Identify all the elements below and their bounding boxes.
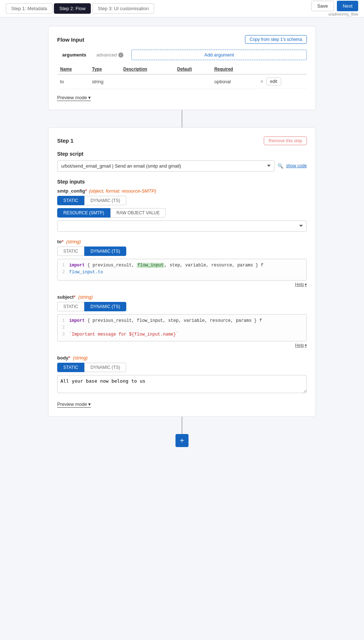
- copy-schema-button[interactable]: Copy from step 1's schema: [245, 35, 307, 44]
- table-row: to string optional × edit: [57, 74, 307, 89]
- col-description: Description: [120, 64, 174, 74]
- step-script-label: Step script: [57, 151, 307, 157]
- col-actions: [256, 64, 307, 74]
- arg-default: [174, 74, 211, 89]
- to-static-dynamic-toggle: STATIC DYNAMIC (TS): [57, 247, 307, 256]
- to-help-link[interactable]: Help ▾: [57, 282, 307, 287]
- preview-mode-label: Preview mode: [57, 95, 87, 100]
- smtp-config-label: smtp_config* (object, format: resource-S…: [57, 188, 307, 194]
- step-inputs-section: Step inputs smtp_config* (object, format…: [57, 179, 307, 395]
- body-type-hint: (string): [73, 355, 88, 361]
- add-argument-button[interactable]: Add argument: [131, 50, 307, 60]
- arg-type: string: [89, 74, 120, 89]
- flow-input-card: Flow Input Copy from step 1's schema arg…: [48, 26, 316, 110]
- to-required-star: *: [62, 239, 63, 244]
- search-icon[interactable]: 🔍: [278, 163, 283, 169]
- to-static-btn[interactable]: STATIC: [57, 247, 84, 256]
- step1-title: Step 1: [57, 138, 73, 144]
- save-button[interactable]: Save: [311, 1, 334, 11]
- body-required-star: *: [68, 355, 70, 361]
- to-dynamic-btn[interactable]: DYNAMIC (TS): [84, 247, 126, 256]
- chevron-down-icon-to: ▾: [305, 282, 307, 287]
- connector-area-1: [48, 110, 316, 127]
- smtp-resource-raw-toggle: RESOURCE (SMTP) RAW OBJECT VALUE: [57, 208, 307, 218]
- to-code-editor[interactable]: 1 import { previous_result, flow_input, …: [57, 259, 307, 281]
- smtp-resource-select[interactable]: [57, 220, 307, 232]
- col-default: Default: [174, 64, 211, 74]
- connector-area-2: +: [48, 417, 316, 447]
- step1-card: Step 1 Remove this step Step script u/bo…: [48, 127, 316, 417]
- topbar-action-buttons: Save Next: [311, 1, 358, 11]
- body-dynamic-btn[interactable]: DYNAMIC (TS): [84, 363, 126, 372]
- chevron-down-icon-subject: ▾: [305, 343, 307, 348]
- subject-field-group: subject* (string) STATIC DYNAMIC (TS) 1 …: [57, 294, 307, 348]
- smtp-static-btn[interactable]: STATIC: [57, 196, 84, 205]
- step1-header: Step 1 Remove this step: [57, 136, 307, 145]
- to-code-line-1: 1 import { previous_result, flow_input, …: [60, 262, 304, 269]
- edit-arg-button[interactable]: edit: [266, 77, 281, 85]
- show-code-link[interactable]: show code: [286, 163, 307, 168]
- arg-tabs: arguments advanced i Add argument: [57, 50, 307, 60]
- body-field-group: body* (string) STATIC DYNAMIC (TS) All y…: [57, 355, 307, 394]
- connector-line-1: [182, 110, 182, 127]
- step-script-section: Step script u/bot/send_email_gmail | Sen…: [57, 151, 307, 172]
- to-field-group: to* (string) STATIC DYNAMIC (TS) 1 impor…: [57, 239, 307, 287]
- tab-step3-ui[interactable]: Step 3: UI customisation: [92, 3, 154, 14]
- preview-mode-toggle[interactable]: Preview mode ▾: [57, 95, 91, 101]
- subject-code-editor[interactable]: 1 import { previous_result, flow_input, …: [57, 314, 307, 342]
- subject-dynamic-btn[interactable]: DYNAMIC (TS): [84, 302, 126, 311]
- topbar: Step 1: Metadata Step 2: Flow Step 3: UI…: [0, 0, 364, 17]
- subject-static-dynamic-toggle: STATIC DYNAMIC (TS): [57, 302, 307, 311]
- path-label: u/admin/my_flow: [328, 12, 358, 16]
- connector-line-2: [182, 417, 182, 434]
- tab-advanced[interactable]: advanced i: [91, 50, 128, 60]
- arg-name: to: [57, 74, 89, 89]
- subject-code-line-1: 1 import { previous_result, flow_input, …: [60, 317, 304, 324]
- tab-arguments[interactable]: arguments: [57, 50, 91, 60]
- subject-help-link[interactable]: Help ▾: [57, 343, 307, 348]
- step1-preview-mode[interactable]: Preview mode ▾: [57, 401, 91, 408]
- col-type: Type: [89, 64, 120, 74]
- advanced-tab-label: advanced i: [96, 52, 123, 58]
- smtp-config-group: smtp_config* (object, format: resource-S…: [57, 188, 307, 232]
- script-select[interactable]: u/bot/send_email_gmail | Send an email (…: [57, 160, 275, 172]
- smtp-type-hint: (object, format: resource-SMTP): [89, 188, 156, 194]
- subject-type-hint: (string): [78, 294, 93, 300]
- add-step-button[interactable]: +: [175, 434, 189, 447]
- to-label: to* (string): [57, 239, 307, 244]
- flow-input-header: Flow Input Copy from step 1's schema: [57, 35, 307, 44]
- smtp-dynamic-btn[interactable]: DYNAMIC (TS): [84, 196, 126, 205]
- remove-step-button[interactable]: Remove this step: [264, 136, 307, 145]
- step-inputs-label: Step inputs: [57, 179, 307, 185]
- arg-required: optional: [211, 74, 256, 89]
- col-required: Required: [211, 64, 256, 74]
- chevron-down-icon: ▾: [88, 95, 91, 100]
- step-tabs: Step 1: Metadata Step 2: Flow Step 3: UI…: [6, 3, 311, 14]
- tab-step1-metadata[interactable]: Step 1: Metadata: [6, 3, 52, 14]
- topbar-right: Save Next u/admin/my_flow: [311, 1, 358, 16]
- subject-static-btn[interactable]: STATIC: [57, 302, 84, 311]
- script-selector-row: u/bot/send_email_gmail | Send an email (…: [57, 160, 307, 172]
- subject-label: subject* (string): [57, 294, 307, 300]
- smtp-raw-btn[interactable]: RAW OBJECT VALUE: [110, 208, 166, 218]
- col-name: Name: [57, 64, 89, 74]
- arg-actions: × edit: [256, 75, 307, 89]
- arg-description: [120, 74, 174, 89]
- body-static-dynamic-toggle: STATIC DYNAMIC (TS): [57, 363, 307, 372]
- info-icon: i: [118, 52, 123, 58]
- to-code-line-2: 2 flow_input.to: [60, 269, 304, 276]
- subject-required-star: *: [74, 294, 76, 300]
- body-label: body* (string): [57, 355, 307, 361]
- subject-code-line-2: 2: [60, 324, 304, 331]
- smtp-resource-btn[interactable]: RESOURCE (SMTP): [57, 208, 110, 218]
- to-type-hint: (string): [66, 239, 81, 244]
- tab-step2-flow[interactable]: Step 2: Flow: [54, 3, 91, 14]
- main-content: Flow Input Copy from step 1's schema arg…: [41, 17, 323, 456]
- remove-arg-button[interactable]: ×: [259, 79, 264, 84]
- body-textarea[interactable]: All your base now belong to us: [57, 375, 307, 393]
- next-button[interactable]: Next: [337, 1, 358, 11]
- arguments-table: Name Type Description Default Required t…: [57, 64, 307, 89]
- body-static-btn[interactable]: STATIC: [57, 363, 84, 372]
- chevron-down-icon-step1: ▾: [88, 401, 91, 407]
- subject-code-line-3: 3 `Important message for ${flow_input.na…: [60, 331, 304, 338]
